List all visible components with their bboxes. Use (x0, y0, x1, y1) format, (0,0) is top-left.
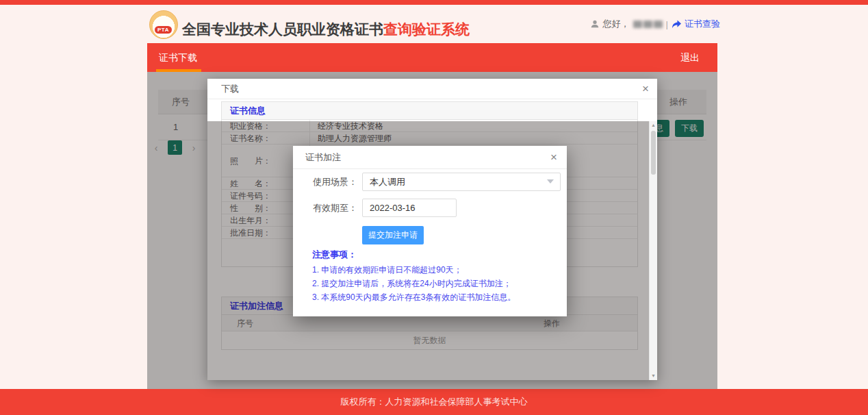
valid-until-label: 有效期至： (305, 202, 357, 214)
scene-label: 使用场景： (305, 176, 357, 188)
pta-logo-text: PTA (155, 26, 172, 34)
verify-link-label: 证书查验 (685, 18, 720, 30)
annotation-modal-header: 证书加注 × (293, 146, 567, 169)
annotation-modal-title: 证书加注 (305, 146, 341, 169)
scrollbar-thumb[interactable] (651, 131, 656, 175)
download-modal-header: 下载 × (207, 79, 657, 99)
user-area: 您好， | 证书查验 (590, 17, 720, 31)
site-title: 全国专业技术人员职业资格证书查询验证系统 (182, 20, 470, 39)
annotation-modal: 证书加注 × 使用场景： 本人调用 有效期至： 提交加注申请 注意事项： 1. … (293, 146, 567, 316)
pta-logo: PTA (149, 10, 178, 39)
site-header: PTA 全国专业技术人员职业资格证书查询验证系统 您好， | 证书查验 (0, 5, 868, 43)
greeting-text: 您好， (603, 18, 630, 30)
cert-info-section-title: 证书信息 (222, 102, 637, 120)
annotation-modal-close-icon[interactable]: × (550, 146, 557, 169)
copyright-text: 版权所有：人力资源和社会保障部人事考试中心 (0, 389, 868, 415)
nav-item-cert-download[interactable]: 证书下载 (159, 43, 197, 72)
user-icon (590, 19, 600, 29)
download-modal-close-icon[interactable]: × (642, 79, 649, 99)
redacted-username (633, 21, 663, 28)
valid-until-input[interactable] (362, 199, 457, 217)
notes-title: 注意事项： (312, 249, 357, 261)
note-item: 2. 提交加注申请后，系统将在24小时内完成证书加注； (312, 278, 511, 290)
download-modal-title: 下载 (221, 79, 239, 99)
main-nav: 证书下载 退出 (147, 43, 717, 72)
share-arrow-icon (672, 20, 682, 29)
scrollbar-up-icon[interactable]: ▲ (650, 121, 657, 129)
submit-annotation-button[interactable]: 提交加注申请 (362, 226, 424, 244)
app-window: PTA 全国专业技术人员职业资格证书查询验证系统 您好， | 证书查验 证书下载… (0, 0, 868, 415)
note-item: 3. 本系统90天内最多允许存在3条有效的证书加注信息。 (312, 292, 515, 303)
modal-scrollbar[interactable]: ▲ ▼ (649, 121, 657, 380)
chevron-down-icon (547, 179, 554, 184)
site-title-accent: 查询验证系统 (383, 21, 470, 37)
top-accent-bar (0, 0, 868, 5)
separator: | (666, 19, 668, 29)
scrollbar-down-icon[interactable]: ▼ (650, 372, 657, 380)
scene-select[interactable]: 本人调用 (362, 173, 561, 191)
site-footer: 版权所有：人力资源和社会保障部人事考试中心 (0, 389, 868, 415)
certificate-verify-link[interactable]: 证书查验 (672, 18, 720, 30)
scene-select-value: 本人调用 (370, 177, 405, 187)
note-item: 1. 申请的有效期距申请日不能超过90天； (312, 264, 462, 276)
logout-button[interactable]: 退出 (680, 43, 700, 72)
site-title-main: 全国专业技术人员职业资格证书 (182, 21, 383, 37)
